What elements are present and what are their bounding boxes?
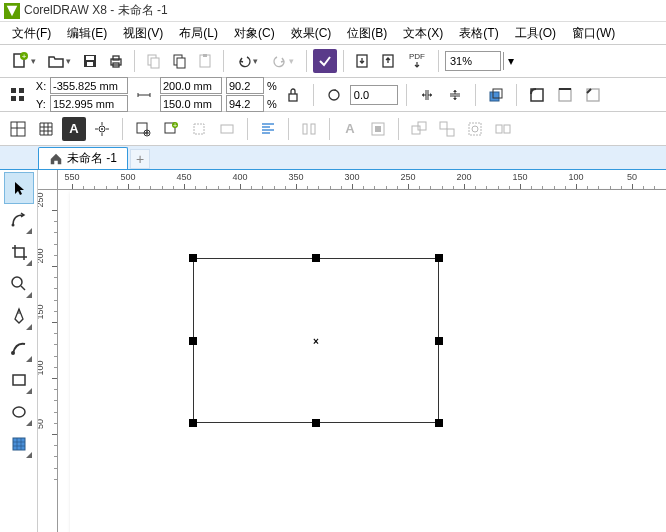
transform-button[interactable] xyxy=(187,117,211,141)
menu-view[interactable]: 视图(V) xyxy=(115,23,171,44)
menu-bar: 文件(F) 编辑(E) 视图(V) 布局(L) 对象(C) 效果(C) 位图(B… xyxy=(0,22,666,44)
menu-table[interactable]: 表格(T) xyxy=(451,23,506,44)
select-all-icon[interactable] xyxy=(6,83,30,107)
export-button[interactable] xyxy=(376,49,400,73)
distribute-button[interactable]: + xyxy=(159,117,183,141)
menu-file[interactable]: 文件(F) xyxy=(4,23,59,44)
handle-s[interactable] xyxy=(312,419,320,427)
text-a-button[interactable]: A xyxy=(62,117,86,141)
height-input[interactable] xyxy=(160,95,222,112)
menu-text[interactable]: 文本(X) xyxy=(395,23,451,44)
svg-rect-7 xyxy=(113,56,119,60)
rotation-input[interactable] xyxy=(350,85,398,105)
menu-effects[interactable]: 效果(C) xyxy=(283,23,340,44)
paragraph-left-button[interactable] xyxy=(256,117,280,141)
columns-button[interactable] xyxy=(297,117,321,141)
svg-rect-12 xyxy=(177,58,185,68)
crop-tool[interactable] xyxy=(4,236,34,268)
zoom-tool[interactable] xyxy=(4,268,34,300)
handle-sw[interactable] xyxy=(189,419,197,427)
menu-edit[interactable]: 编辑(E) xyxy=(59,23,115,44)
artistic-media-tool[interactable] xyxy=(4,332,34,364)
scale-x-input[interactable] xyxy=(226,77,264,94)
y-label: Y: xyxy=(34,98,48,110)
ungroup-button[interactable] xyxy=(435,117,459,141)
zoom-dropdown[interactable]: ▾ xyxy=(503,52,517,70)
wrap-button[interactable] xyxy=(366,117,390,141)
open-button[interactable]: ▾ xyxy=(42,49,76,73)
cut-button[interactable] xyxy=(141,49,165,73)
copy-button[interactable] xyxy=(167,49,191,73)
menu-bitmap[interactable]: 位图(B) xyxy=(339,23,395,44)
menu-window[interactable]: 窗口(W) xyxy=(564,23,623,44)
menu-layout[interactable]: 布局(L) xyxy=(171,23,226,44)
new-button[interactable]: +▾ xyxy=(6,49,40,73)
freehand-tool[interactable] xyxy=(4,300,34,332)
corner-scallop-button[interactable] xyxy=(553,83,577,107)
group-button[interactable] xyxy=(407,117,431,141)
svg-rect-17 xyxy=(11,88,16,93)
pdf-label: PDF xyxy=(409,53,425,61)
menu-object[interactable]: 对象(C) xyxy=(226,23,283,44)
svg-rect-20 xyxy=(19,96,24,101)
new-tab-button[interactable]: + xyxy=(130,149,150,169)
zoom-combo[interactable]: 31% xyxy=(445,51,501,71)
handle-nw[interactable] xyxy=(189,254,197,262)
document-tab[interactable]: 未命名 -1 xyxy=(38,147,128,169)
import-button[interactable] xyxy=(350,49,374,73)
ruler-origin[interactable] xyxy=(38,170,58,190)
break-button[interactable] xyxy=(491,117,515,141)
order-front-button[interactable] xyxy=(484,83,508,107)
shape-button[interactable] xyxy=(215,117,239,141)
handle-ne[interactable] xyxy=(435,254,443,262)
svg-rect-46 xyxy=(469,123,481,135)
scale-y-input[interactable] xyxy=(226,95,264,112)
svg-rect-55 xyxy=(13,438,25,450)
mirror-h-button[interactable] xyxy=(415,83,439,107)
rectangle-tool[interactable] xyxy=(4,364,34,396)
svg-point-30 xyxy=(101,128,103,130)
svg-rect-21 xyxy=(289,94,297,101)
redo-button[interactable]: ▾ xyxy=(266,49,300,73)
y-position-input[interactable] xyxy=(50,95,128,112)
undo-button[interactable]: ▾ xyxy=(230,49,264,73)
svg-rect-39 xyxy=(311,124,315,134)
handle-w[interactable] xyxy=(189,337,197,345)
shape-tool[interactable] xyxy=(4,204,34,236)
tab-label: 未命名 -1 xyxy=(67,150,117,167)
handle-e[interactable] xyxy=(435,337,443,345)
svg-point-50 xyxy=(11,224,14,227)
secondary-toolbar: A + A xyxy=(0,112,666,146)
save-button[interactable] xyxy=(78,49,102,73)
text-frame-button[interactable]: A xyxy=(338,117,362,141)
corner-chamfer-button[interactable] xyxy=(581,83,605,107)
handle-n[interactable] xyxy=(312,254,320,262)
search-button[interactable] xyxy=(313,49,337,73)
rotation-icon xyxy=(322,83,346,107)
svg-text:+: + xyxy=(173,122,177,129)
lock-ratio-button[interactable] xyxy=(281,83,305,107)
handle-se[interactable] xyxy=(435,419,443,427)
standard-toolbar: +▾ ▾ ▾ ▾ PDF 31% ▾ xyxy=(0,44,666,78)
x-position-input[interactable] xyxy=(50,77,128,94)
view-button[interactable] xyxy=(90,117,114,141)
corner-round-button[interactable] xyxy=(525,83,549,107)
grid-button[interactable] xyxy=(34,117,58,141)
ellipse-tool[interactable] xyxy=(4,396,34,428)
vertical-ruler[interactable]: 25020015010050 xyxy=(38,190,58,532)
align-button[interactable] xyxy=(131,117,155,141)
publish-pdf-button[interactable]: PDF xyxy=(402,49,432,73)
print-button[interactable] xyxy=(104,49,128,73)
paste-button[interactable] xyxy=(193,49,217,73)
width-input[interactable] xyxy=(160,77,222,94)
mirror-v-button[interactable] xyxy=(443,83,467,107)
app-title: CorelDRAW X8 - 未命名 -1 xyxy=(24,2,168,19)
selection-center-icon[interactable]: × xyxy=(313,336,319,347)
snap-button[interactable] xyxy=(6,117,30,141)
pick-tool[interactable] xyxy=(4,172,34,204)
menu-tools[interactable]: 工具(O) xyxy=(507,23,564,44)
polygon-tool[interactable] xyxy=(4,428,34,460)
canvas[interactable]: × xyxy=(58,190,666,532)
horizontal-ruler[interactable]: 55050045040035030025020015010050 xyxy=(58,170,666,190)
combine-button[interactable] xyxy=(463,117,487,141)
